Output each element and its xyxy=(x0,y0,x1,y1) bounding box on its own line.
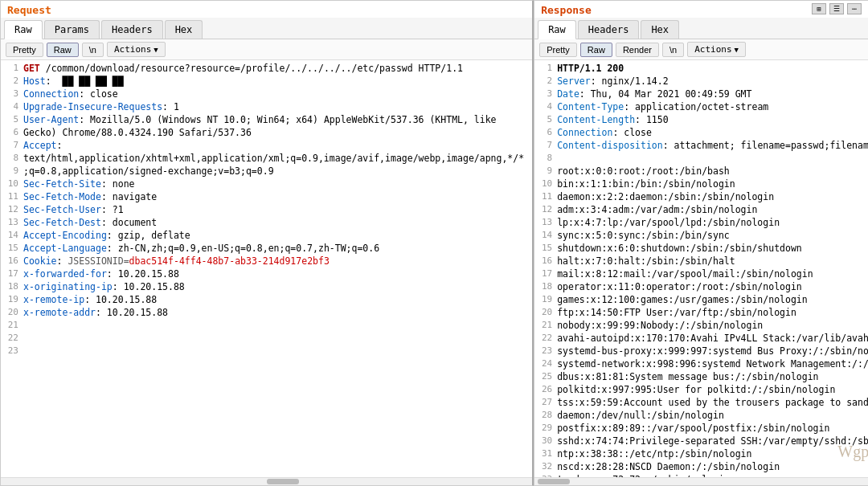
line-text xyxy=(23,345,31,357)
line-text: tss:x:59:59:Account used by the trousers… xyxy=(557,396,868,409)
line-number: 23 xyxy=(1,345,23,357)
line-number: 33 xyxy=(534,473,557,477)
table-row: 23 xyxy=(1,345,532,357)
line-number: 20 xyxy=(534,306,557,319)
table-row: 24systemd-network:x:998:996:systemd Netw… xyxy=(534,357,868,370)
response-tab-bar: Raw Headers Hex xyxy=(534,18,868,39)
line-text: x-forwarded-for: 10.20.15.88 xyxy=(23,268,187,280)
actions-dropdown-request[interactable]: Actions ▼ xyxy=(107,42,166,57)
line-number: 2 xyxy=(1,75,23,88)
line-number: 11 xyxy=(534,190,557,203)
table-row: 16Cookie: JSESSIONID=dbac514f-4ff4-48b7-… xyxy=(1,255,532,268)
tab-hex-request[interactable]: Hex xyxy=(165,20,203,39)
line-text: nscd:x:28:28:NSCD Daemon:/:/sbin/nologin xyxy=(557,460,788,473)
tab-raw-request[interactable]: Raw xyxy=(4,20,43,39)
response-scrollbar-x[interactable] xyxy=(534,477,868,485)
request-content[interactable]: 1GET /common/download/resource?resource=… xyxy=(1,60,532,477)
line-text: lp:x:4:7:lp:/var/spool/lpd:/sbin/nologin xyxy=(557,216,788,229)
actions-dropdown-response[interactable]: Actions ▼ xyxy=(687,42,746,57)
table-row: 4Content-Type: application/octet-stream xyxy=(534,100,868,113)
table-row: 17x-forwarded-for: 10.20.15.88 xyxy=(1,268,532,280)
table-row: 14Accept-Encoding: gzip, deflate xyxy=(1,229,532,242)
table-row: 19x-remote-ip: 10.20.15.88 xyxy=(1,293,532,306)
line-text: x-remote-ip: 10.20.15.88 xyxy=(23,293,165,306)
pretty-btn-request[interactable]: Pretty xyxy=(6,43,43,57)
list-icon[interactable]: ☰ xyxy=(829,3,844,14)
line-number: 9 xyxy=(1,165,23,178)
table-row: 3Connection: close xyxy=(1,88,532,100)
table-row: 23systemd-bus-proxy:x:999:997:systemd Bu… xyxy=(534,345,868,357)
line-text: ntp:x:38:38::/etc/ntp:/sbin/nologin xyxy=(557,447,760,460)
line-number: 3 xyxy=(1,88,23,100)
raw-btn-response[interactable]: Raw xyxy=(580,43,612,57)
line-text: x-remote-addr: 10.20.15.88 xyxy=(23,306,176,319)
newline-btn-request[interactable]: \n xyxy=(82,43,104,57)
table-row: 20ftp:x:14:50:FTP User:/var/ftp:/sbin/no… xyxy=(534,306,868,319)
table-row: 30sshd:x:74:74:Privilege-separated SSH:/… xyxy=(534,435,868,447)
table-row: 13lp:x:4:7:lp:/var/spool/lpd:/sbin/nolog… xyxy=(534,216,868,229)
dots-icon[interactable]: ⋯ xyxy=(847,3,862,14)
table-row: 25dbus:x:81:81:System message bus:/:/sbi… xyxy=(534,370,868,383)
table-row: 22 xyxy=(1,332,532,345)
tab-headers-request[interactable]: Headers xyxy=(101,20,163,39)
table-row: 21 xyxy=(1,319,532,332)
line-text: bin:x:1:1:bin:/bin:/sbin/nologin xyxy=(557,178,743,190)
request-toolbar: Pretty Raw \n Actions ▼ xyxy=(1,39,532,60)
line-number: 17 xyxy=(1,268,23,280)
line-text: polkitd:x:997:995:User for polkitd:/:/sb… xyxy=(557,383,843,396)
line-text: systemd-bus-proxy:x:999:997:systemd Bus … xyxy=(557,345,868,357)
line-number: 16 xyxy=(1,255,23,268)
table-row: 29postfix:x:89:89::/var/spool/postfix:/s… xyxy=(534,422,868,435)
line-number: 17 xyxy=(534,268,557,280)
render-btn-response[interactable]: Render xyxy=(616,43,659,57)
line-number: 22 xyxy=(1,332,23,345)
line-text: ftp:x:14:50:FTP User:/var/ftp:/sbin/nolo… xyxy=(557,306,805,319)
line-text: Connection: close xyxy=(557,126,660,139)
newline-btn-response[interactable]: \n xyxy=(662,43,684,57)
line-text: Host: ██ ██ ██ ██ xyxy=(23,75,132,88)
line-number: 8 xyxy=(1,152,23,165)
line-text: Date: Thu, 04 Mar 2021 00:49:59 GMT xyxy=(557,88,760,100)
response-content[interactable]: 1HTTP/1.1 2002Server: nginx/1.14.23Date:… xyxy=(534,60,868,477)
table-row: 2Host: ██ ██ ██ ██ xyxy=(1,75,532,88)
table-row: 10Sec-Fetch-Site: none xyxy=(1,178,532,190)
line-text: GET /common/download/resource?resource=/… xyxy=(23,62,471,75)
line-text: nobody:x:99:99:Nobody:/:/sbin/nologin xyxy=(557,319,771,332)
line-text xyxy=(23,332,31,345)
line-number: 32 xyxy=(534,460,557,473)
line-text: Sec-Fetch-Dest: document xyxy=(23,216,165,229)
pretty-btn-response[interactable]: Pretty xyxy=(539,43,577,57)
line-text: Accept-Encoding: gzip, deflate xyxy=(23,229,199,242)
line-number: 3 xyxy=(534,88,557,100)
line-text: Cookie: JSESSIONID=dbac514f-4ff4-48b7-ab… xyxy=(23,255,338,268)
request-tab-bar: Raw Params Headers Hex xyxy=(1,18,532,39)
line-number: 27 xyxy=(534,396,557,409)
response-toolbar: Pretty Raw Render \n Actions ▼ xyxy=(534,39,868,60)
table-row: 18x-originating-ip: 10.20.15.88 xyxy=(1,280,532,293)
table-row: 20x-remote-addr: 10.20.15.88 xyxy=(1,306,532,319)
line-number: 10 xyxy=(534,178,557,190)
line-text: mail:x:8:12:mail:/var/spool/mail:/sbin/n… xyxy=(557,268,821,280)
table-row: 28daemon:/dev/null:/sbin/nologin xyxy=(534,409,868,422)
raw-btn-request[interactable]: Raw xyxy=(47,43,79,57)
table-row: 3Date: Thu, 04 Mar 2021 00:49:59 GMT xyxy=(534,88,868,100)
line-text: adm:x:3:4:adm:/var/adm:/sbin/nologin xyxy=(557,203,765,216)
table-row: 6Connection: close xyxy=(534,126,868,139)
table-row: 6Gecko) Chrome/88.0.4324.190 Safari/537.… xyxy=(1,126,532,139)
line-number: 14 xyxy=(534,229,557,242)
table-row: 26polkitd:x:997:995:User for polkitd:/:/… xyxy=(534,383,868,396)
line-number: 11 xyxy=(1,190,23,203)
request-scrollbar-x[interactable] xyxy=(1,477,532,485)
table-row: 7Accept: xyxy=(1,139,532,152)
table-row: 15Accept-Language: zh-CN,zh;q=0.9,en-US;… xyxy=(1,242,532,255)
tab-raw-response[interactable]: Raw xyxy=(538,20,576,39)
tab-hex-response[interactable]: Hex xyxy=(641,20,679,39)
line-text: shutdown:x:6:0:shutdown:/sbin:/sbin/shut… xyxy=(557,242,810,255)
tab-params[interactable]: Params xyxy=(44,20,100,39)
line-text: dbus:x:81:81:System message bus:/:/sbin/… xyxy=(557,370,826,383)
tab-headers-response[interactable]: Headers xyxy=(578,20,640,39)
grid-icon[interactable]: ⊞ xyxy=(812,3,826,14)
table-row: 10bin:x:1:1:bin:/bin:/sbin/nologin xyxy=(534,178,868,190)
response-panel: Response Raw Headers Hex Pretty Raw Rend… xyxy=(534,0,868,486)
line-number: 29 xyxy=(534,422,557,435)
